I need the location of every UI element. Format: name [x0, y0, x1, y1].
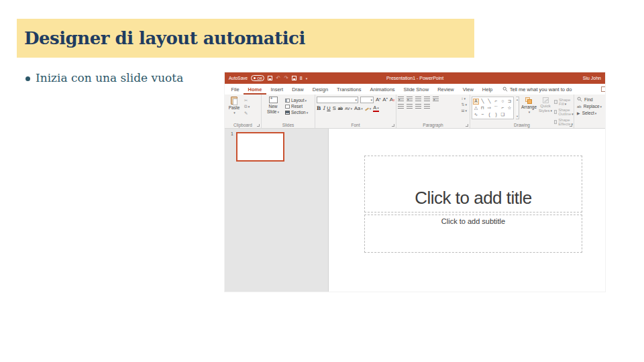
find-button[interactable]: Find: [577, 97, 605, 102]
touch-mouse-mode-icon[interactable]: 8: [300, 76, 303, 80]
strikethrough-button[interactable]: ab: [338, 107, 343, 111]
font-dialog-launcher-icon[interactable]: [392, 124, 394, 127]
drawing-dialog-launcher-icon[interactable]: [570, 124, 572, 127]
text-direction-button[interactable]: ↕: [461, 97, 467, 101]
shapes-row: △⊓⇨⌒⌐☆: [473, 105, 513, 111]
tab-file[interactable]: File: [227, 84, 244, 95]
title-placeholder[interactable]: Click to add title: [364, 156, 582, 213]
layout-button[interactable]: Layout: [285, 98, 308, 103]
shape-icon[interactable]: ∿: [473, 112, 479, 118]
paste-button[interactable]: Paste: [226, 97, 242, 120]
tab-animations[interactable]: Animations: [366, 84, 399, 95]
tab-transitions[interactable]: Transitions: [333, 84, 366, 95]
justify-button[interactable]: [424, 104, 430, 109]
shape-icon[interactable]: ○: [500, 99, 506, 105]
decrease-indent-button[interactable]: [415, 97, 421, 101]
copy-icon[interactable]: ⧉: [244, 104, 250, 109]
shape-icon[interactable]: ☆: [506, 105, 513, 111]
bold-button[interactable]: B: [317, 106, 321, 111]
font-size-combo[interactable]: [360, 97, 374, 103]
share-icon[interactable]: [601, 86, 605, 92]
tab-insert[interactable]: Insert: [266, 84, 288, 95]
subtitle-placeholder[interactable]: Click to add subtitle: [364, 215, 582, 253]
font-name-combo[interactable]: [317, 97, 358, 103]
section-button[interactable]: Section: [285, 110, 308, 115]
shape-fill-icon: [554, 100, 557, 104]
shape-icon[interactable]: ~: [480, 112, 486, 118]
shape-outline-button[interactable]: Shape Outline: [554, 108, 575, 116]
titlebar: AutoSave Off ↶ ↷ 8 ▾ Presentation1 - Pow…: [225, 72, 605, 84]
shape-icon[interactable]: ╲: [480, 99, 486, 105]
save-icon[interactable]: [268, 76, 272, 80]
ribbon: Paste ✂ ⧉ ✎ Clipboard New Slide: [225, 95, 605, 129]
decrease-font-size-button[interactable]: A▾: [382, 97, 387, 103]
align-left-button[interactable]: [398, 104, 404, 109]
shape-icon[interactable]: ⊓: [480, 105, 486, 111]
slide-thumbnail[interactable]: [236, 132, 284, 162]
select-button[interactable]: ▶ Select: [577, 111, 605, 115]
change-case-button[interactable]: Aa: [354, 106, 363, 111]
increase-indent-button[interactable]: [424, 97, 430, 101]
tell-me-search[interactable]: Tell me what you want to do: [502, 84, 572, 95]
shape-icon[interactable]: ⌐: [493, 99, 499, 105]
paste-clipboard-icon: [231, 97, 237, 105]
numbering-button[interactable]: [407, 97, 413, 101]
tab-home[interactable]: Home: [244, 84, 266, 95]
arrange-button[interactable]: Arrange: [521, 97, 537, 120]
shape-icon[interactable]: A: [473, 99, 479, 105]
tab-draw[interactable]: Draw: [288, 84, 309, 95]
redo-icon[interactable]: ↷: [284, 76, 288, 81]
undo-icon[interactable]: ↶: [276, 76, 280, 81]
font-color-button[interactable]: A: [373, 105, 379, 112]
scroll-up-icon[interactable]: ▲: [516, 98, 519, 101]
group-label-clipboard: Clipboard: [225, 123, 261, 127]
new-slide-button[interactable]: New Slide: [263, 97, 283, 120]
align-text-button[interactable]: ⇅: [461, 103, 467, 107]
group-paragraph: ↕ ⇅ ⊞ Paragraph: [396, 95, 470, 128]
shape-icon[interactable]: ): [493, 112, 499, 118]
underline-button[interactable]: U: [327, 106, 330, 111]
arrange-icon: [525, 97, 533, 104]
shapes-gallery[interactable]: A╲╲⌐○⊐ △⊓⇨⌒⌐☆ ∿~()❏: [472, 97, 514, 119]
increase-font-size-button[interactable]: A▴: [376, 97, 380, 103]
format-painter-icon[interactable]: ✎: [244, 111, 250, 115]
bullets-button[interactable]: [398, 97, 404, 101]
convert-smartart-button[interactable]: ⊞: [461, 109, 467, 113]
shapes-scrollbar[interactable]: ▲ ▼: [516, 97, 519, 119]
line-spacing-button[interactable]: [433, 97, 439, 101]
shape-icon[interactable]: (: [486, 112, 492, 118]
group-clipboard: Paste ✂ ⧉ ✎ Clipboard: [225, 95, 262, 128]
shape-icon[interactable]: ⇨: [486, 105, 492, 111]
align-center-button[interactable]: [407, 104, 413, 109]
shape-icon[interactable]: ╲: [486, 99, 492, 105]
shape-fill-button[interactable]: Shape Fill: [554, 98, 575, 106]
scroll-down-icon[interactable]: ▼: [516, 115, 519, 118]
clear-formatting-button[interactable]: A: [390, 97, 394, 103]
tab-design[interactable]: Design: [308, 84, 332, 95]
shape-icon[interactable]: ⊐: [506, 99, 513, 105]
autosave-toggle[interactable]: Off: [251, 75, 264, 81]
tab-review[interactable]: Review: [433, 84, 459, 95]
cut-icon[interactable]: ✂: [244, 98, 250, 103]
shape-icon[interactable]: ❏: [500, 112, 506, 118]
highlight-color-button[interactable]: [365, 106, 372, 111]
tab-view[interactable]: View: [458, 84, 478, 95]
group-label-drawing: Drawing: [470, 123, 574, 127]
replace-button[interactable]: ab Replace: [577, 104, 605, 109]
paragraph-dialog-launcher-icon[interactable]: [466, 124, 468, 127]
character-spacing-button[interactable]: AV: [345, 107, 352, 111]
shape-icon[interactable]: ⌐: [500, 105, 506, 111]
clipboard-dialog-launcher-icon[interactable]: [257, 124, 260, 127]
tab-help[interactable]: Help: [478, 84, 496, 95]
tab-slide-show[interactable]: Slide Show: [399, 84, 433, 95]
align-right-button[interactable]: [415, 104, 421, 109]
reset-button[interactable]: Reset: [285, 104, 308, 109]
qat-customize-icon[interactable]: ▾: [306, 76, 308, 80]
quick-styles-button[interactable]: Quick Styles: [539, 97, 552, 120]
shape-icon[interactable]: △: [473, 105, 479, 111]
text-shadow-button[interactable]: S: [333, 106, 336, 111]
shape-icon[interactable]: ⌒: [493, 105, 499, 111]
start-slideshow-icon[interactable]: [292, 76, 297, 80]
account-user-name[interactable]: Siu John: [583, 76, 601, 80]
italic-button[interactable]: I: [323, 106, 325, 111]
